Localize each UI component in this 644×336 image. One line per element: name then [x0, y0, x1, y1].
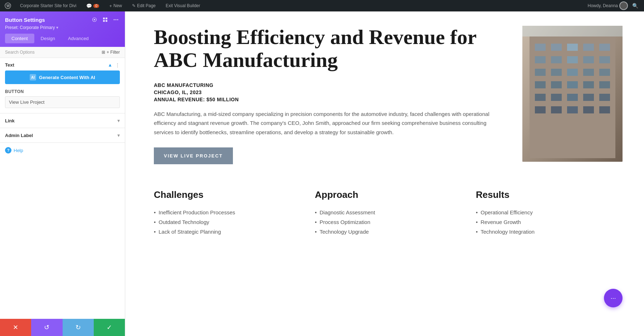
redo-icon: ↻: [75, 323, 81, 331]
preset-label: Preset: Corporate Primary: [5, 25, 55, 30]
floating-action-bubble[interactable]: ···: [604, 289, 623, 307]
svg-rect-42: [583, 106, 594, 113]
list-item: Diagnostic Assessment: [315, 208, 462, 217]
button-input-group: Button: [0, 89, 125, 113]
company-name: ABC MANUFACTURING: [154, 82, 501, 88]
svg-rect-21: [567, 56, 578, 63]
approach-title: Approach: [315, 189, 462, 200]
svg-point-8: [114, 19, 115, 20]
svg-rect-34: [535, 94, 546, 101]
settings-tabs: Content Design Advanced: [5, 34, 120, 43]
admin-label-section: Admin Label ▾: [0, 128, 125, 142]
admin-bar: W Corporate Starter Site for Divi 💬 0 + …: [0, 0, 644, 11]
svg-rect-32: [583, 81, 594, 88]
challenges-column: Challenges Inefficient Production Proces…: [154, 189, 301, 237]
svg-rect-33: [599, 81, 610, 88]
tab-content[interactable]: Content: [5, 34, 34, 43]
svg-rect-23: [599, 56, 610, 63]
list-item: Process Optimization: [315, 217, 462, 227]
admin-bar-right: Howdy, Deanna 🔍: [588, 1, 641, 10]
generate-content-button[interactable]: AI Generate Content With AI: [5, 70, 120, 84]
search-icon[interactable]: 🔍: [629, 3, 641, 9]
svg-rect-5: [106, 18, 107, 19]
edit-page-label: Edit Page: [137, 3, 156, 8]
approach-list: Diagnostic Assessment Process Optimizati…: [315, 208, 462, 237]
help-icon: ?: [5, 147, 11, 154]
ai-icon: AI: [30, 74, 36, 81]
left-panel: Button Settings: [0, 11, 125, 336]
results-list: Operational Efficiency Revenue Growth Te…: [476, 208, 623, 237]
redo-button[interactable]: ↻: [63, 319, 94, 336]
svg-rect-24: [535, 69, 546, 76]
svg-rect-7: [106, 20, 107, 22]
view-project-btn-label: VIEW LIVE PROJECT: [164, 153, 223, 159]
link-section-header[interactable]: Link ▾: [0, 113, 125, 128]
text-section-header: Text ▲ ⋮: [0, 58, 125, 70]
filter-icon: ⊞: [102, 50, 105, 55]
link-chevron-icon: ▾: [117, 118, 120, 123]
tab-design[interactable]: Design: [34, 34, 62, 43]
svg-rect-17: [583, 44, 594, 51]
avatar[interactable]: [619, 1, 628, 10]
save-button[interactable]: ✓: [94, 319, 125, 336]
button-text-input[interactable]: [5, 96, 120, 108]
text-section-icons: ▲ ⋮: [108, 62, 120, 68]
site-name-link[interactable]: Corporate Starter Site for Divi: [17, 0, 79, 11]
svg-rect-44: [522, 26, 623, 36]
main-layout: Button Settings: [0, 11, 644, 336]
svg-rect-35: [551, 94, 562, 101]
content-area: Boosting Efficiency and Revenue for ABC …: [125, 11, 644, 336]
settings-header-top: Button Settings: [5, 16, 120, 24]
hero-description: ABC Manufacturing, a mid-sized company s…: [154, 109, 501, 137]
filter-label: + Filter: [107, 50, 120, 55]
collapse-text-icon[interactable]: ▲: [108, 62, 112, 68]
help-section[interactable]: ? Help: [0, 142, 125, 158]
svg-rect-36: [567, 94, 578, 101]
settings-header: Button Settings: [0, 11, 125, 47]
tab-advanced[interactable]: Advanced: [62, 34, 95, 43]
cancel-button[interactable]: ✕: [0, 319, 31, 336]
svg-rect-4: [103, 18, 105, 19]
svg-rect-14: [535, 44, 546, 51]
new-content-link[interactable]: + New: [106, 0, 125, 11]
comment-count: 0: [93, 4, 99, 8]
comments-link[interactable]: 💬 0: [83, 0, 102, 11]
search-options-bar: Search Options ⊞ + Filter: [0, 47, 125, 58]
admin-label-title: Admin Label: [5, 133, 33, 138]
panel-content: Text ▲ ⋮ AI Generate Content With AI But…: [0, 58, 125, 319]
svg-point-9: [116, 19, 117, 20]
settings-header-icons: [91, 16, 120, 24]
button-input-label: Button: [5, 89, 120, 94]
edit-page-link[interactable]: ✎ Edit Page: [129, 0, 158, 11]
generate-btn-label: Generate Content With AI: [39, 75, 95, 80]
filter-button[interactable]: ⊞ + Filter: [102, 50, 120, 55]
site-name-label: Corporate Starter Site for Divi: [20, 3, 76, 8]
svg-rect-40: [551, 106, 562, 113]
text-section-more-icon[interactable]: ⋮: [115, 62, 120, 68]
svg-rect-28: [599, 69, 610, 76]
svg-rect-22: [583, 56, 594, 63]
cancel-icon: ✕: [13, 323, 18, 331]
list-item: Outdated Technology: [154, 217, 301, 227]
building-svg: [522, 26, 623, 162]
admin-bar-left: W Corporate Starter Site for Divi 💬 0 + …: [3, 0, 588, 11]
howdy-text: Howdy, Deanna: [588, 3, 618, 8]
results-column: Results Operational Efficiency Revenue G…: [476, 189, 623, 237]
preset-line: Preset: Corporate Primary ▾: [5, 25, 120, 30]
svg-rect-29: [535, 81, 546, 88]
svg-rect-37: [583, 94, 594, 101]
svg-text:W: W: [6, 4, 10, 8]
wp-logo-icon[interactable]: W: [3, 1, 13, 11]
search-options-label: Search Options: [5, 50, 35, 55]
svg-point-3: [94, 19, 95, 20]
view-live-project-button[interactable]: VIEW LIVE PROJECT: [154, 147, 233, 164]
copy-icon[interactable]: [91, 16, 98, 24]
exit-builder-link[interactable]: Exit Visual Builder: [163, 0, 203, 11]
hero-image: [522, 26, 623, 162]
undo-button[interactable]: ↺: [31, 319, 62, 336]
svg-rect-30: [551, 81, 562, 88]
admin-label-header[interactable]: Admin Label ▾: [0, 128, 125, 142]
svg-rect-15: [551, 44, 562, 51]
grid-icon[interactable]: [101, 16, 109, 24]
more-options-icon[interactable]: [112, 16, 120, 24]
